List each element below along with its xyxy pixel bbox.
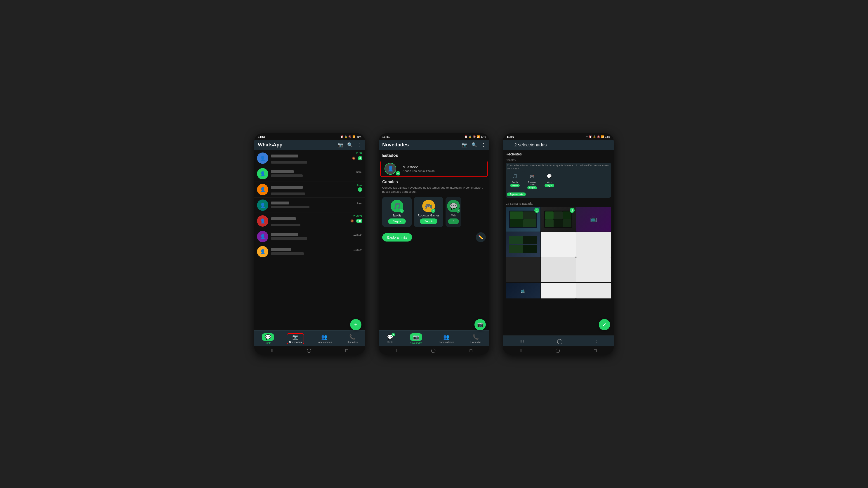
estado-sub: Añade una actualización bbox=[403, 169, 435, 173]
home-nav-icon-3: ◯ bbox=[557, 338, 563, 344]
canales-preview-section: Canales Conoce las últimas novedades de … bbox=[503, 158, 614, 201]
avatar: 👤 bbox=[257, 153, 268, 164]
chats-nav-icon-3: ⫴⫴⫴ bbox=[520, 339, 524, 344]
gallery-cell-7[interactable] bbox=[506, 257, 540, 282]
nav-novedades[interactable]: 📷 Novedades bbox=[287, 333, 304, 344]
explorar-preview-btn[interactable]: Explorar más bbox=[507, 193, 526, 196]
chat-time: Ayer bbox=[357, 202, 362, 205]
chat-item[interactable]: 👤 6:10 1 bbox=[254, 182, 365, 198]
canal-card-partial[interactable]: 💬 ✓ Wh S bbox=[445, 197, 461, 227]
gallery-cell-4[interactable] bbox=[506, 232, 540, 257]
unread-badge: 1 bbox=[358, 187, 362, 192]
gallery-cell-1[interactable]: 1 bbox=[506, 207, 540, 232]
nav-novedades-2[interactable]: 📷 Novedades bbox=[408, 332, 425, 345]
chat-info: 6:10 1 bbox=[271, 183, 362, 196]
gallery-cell-10[interactable]: 📺 bbox=[506, 283, 540, 298]
preview-rockstar-logo: 🎮 bbox=[528, 172, 536, 180]
wifi-icon: 📶 bbox=[477, 135, 480, 138]
preview-spotify-btn[interactable]: Seguir bbox=[510, 184, 520, 187]
seguir-rockstar-btn[interactable]: Seguir bbox=[420, 219, 437, 224]
nav-chats-2[interactable]: 💬 Chats 3 bbox=[384, 333, 396, 344]
camera-icon-2[interactable]: 📷 bbox=[462, 142, 467, 148]
chat-info: 10:59 bbox=[271, 170, 362, 177]
nav-llamadas[interactable]: 📞 Llamadas bbox=[344, 333, 360, 344]
chat-item[interactable]: 👤 11:37 🔕 6 bbox=[254, 150, 365, 166]
preview-rockstar-btn[interactable]: Seguir bbox=[527, 186, 537, 189]
home-system-icon-2[interactable]: ◯ bbox=[431, 348, 436, 353]
nav-chats-3[interactable]: ⫴⫴⫴ bbox=[517, 338, 526, 344]
chat-item[interactable]: 👤 18/8/24 bbox=[254, 244, 365, 259]
nav-comunidades-2[interactable]: 👥 Comunidades bbox=[436, 333, 456, 344]
selection-badge-2: 2 bbox=[569, 208, 575, 213]
seguir-partial-btn[interactable]: S bbox=[448, 219, 459, 224]
home-system-icon-3[interactable]: ◯ bbox=[555, 348, 560, 353]
recents-system-icon-3[interactable]: ◻ bbox=[594, 348, 597, 353]
nav-novedades-label: Novedades bbox=[289, 341, 302, 344]
nav-comunidades-label-2: Comunidades bbox=[439, 341, 454, 344]
explorar-mas-btn[interactable]: Explorar más bbox=[382, 233, 412, 241]
chat-item[interactable]: 👤 10:59 bbox=[254, 166, 365, 182]
lock-icon: 🔒 bbox=[469, 135, 472, 138]
canal-preview-rockstar[interactable]: 🎮 Rockstar Games Seguir bbox=[524, 171, 540, 191]
confirm-selection-fab[interactable]: ✓ bbox=[599, 319, 610, 330]
add-estado-btn[interactable]: + bbox=[396, 171, 400, 175]
wifi-icon-3: 📶 bbox=[601, 135, 604, 138]
chat-item[interactable]: 👤 Ayer bbox=[254, 198, 365, 213]
chat-item[interactable]: 👤 19/8/24 bbox=[254, 229, 365, 244]
nav-comunidades[interactable]: 👥 Comunidades bbox=[314, 333, 334, 344]
search-icon[interactable]: 🔍 bbox=[347, 142, 353, 148]
edit-fab[interactable]: ✏️ bbox=[476, 232, 486, 242]
seguir-spotify-btn[interactable]: Seguir bbox=[388, 219, 406, 224]
more-icon[interactable]: ⋮ bbox=[357, 142, 362, 148]
canal-card-spotify[interactable]: 🎵 ✓ Spotify Seguir bbox=[382, 197, 412, 227]
gallery-cell-5[interactable] bbox=[541, 232, 576, 257]
status-time-2: 11:51 bbox=[382, 135, 390, 138]
status-bar-1: 11:51 ⏰ 🔒 🔇 📶 33% bbox=[254, 133, 365, 140]
new-chat-fab[interactable]: + bbox=[350, 319, 362, 330]
chats-badge: 3 bbox=[392, 333, 395, 336]
recents-system-icon-2[interactable]: ◻ bbox=[469, 348, 473, 353]
back-button[interactable]: ← bbox=[506, 142, 512, 148]
nav-chats-label: Chats bbox=[265, 341, 271, 344]
recents-system-icon[interactable]: ◻ bbox=[345, 348, 348, 353]
back-system-icon-2[interactable]: ⫴ bbox=[396, 348, 397, 353]
camera-icon[interactable]: 📷 bbox=[338, 142, 343, 148]
canal-preview-wh[interactable]: 💬 Wh... Seguir bbox=[541, 171, 557, 191]
preview-wh-btn[interactable]: Seguir bbox=[545, 184, 554, 187]
back-system-icon-3[interactable]: ⫴ bbox=[520, 348, 522, 353]
gallery-cell-9[interactable] bbox=[576, 257, 611, 282]
gallery-cell-12[interactable] bbox=[576, 283, 611, 298]
canal-preview-spotify[interactable]: 🎵 Spotify Seguir bbox=[507, 171, 523, 191]
mute-icon: 🔕 bbox=[350, 219, 354, 223]
nav-home-3[interactable]: ◯ bbox=[555, 337, 565, 345]
gallery-cell-2[interactable]: 2 bbox=[541, 207, 576, 232]
chat-screen: 👤 11:37 🔕 6 bbox=[254, 150, 365, 346]
home-system-icon[interactable]: ◯ bbox=[307, 348, 311, 353]
mi-estado-item[interactable]: 👤 + Mi estado Añade una actualización bbox=[380, 161, 488, 177]
wifi-icon: 📶 bbox=[352, 135, 355, 138]
gallery-cell-6[interactable] bbox=[576, 232, 611, 257]
whatsapp-header: WhatsApp 📷 🔍 ⋮ bbox=[254, 140, 365, 150]
chat-right: 11:37 🔕 6 bbox=[351, 152, 362, 160]
nav-back-3[interactable]: ‹ bbox=[593, 337, 599, 345]
camera-status-fab[interactable]: 📷 bbox=[474, 319, 486, 330]
gallery-cell-3[interactable]: 📺 bbox=[576, 207, 611, 232]
canales-preview-card: Conoce las últimas novedades de los tema… bbox=[506, 163, 611, 198]
chat-item[interactable]: 👤 20/8/24 🔕 101 bbox=[254, 213, 365, 229]
nav-chats[interactable]: 💬 Chats bbox=[259, 332, 276, 345]
mail-icon: ✉ bbox=[586, 135, 588, 138]
preview-spotify-name: Spotify bbox=[512, 181, 518, 183]
gallery-cell-11[interactable] bbox=[541, 283, 576, 298]
search-icon-2[interactable]: 🔍 bbox=[471, 142, 477, 148]
llamadas-nav-icon: 📞 bbox=[349, 334, 355, 340]
unread-badge: 101 bbox=[356, 219, 362, 223]
avatar: 👤 bbox=[257, 246, 268, 257]
canal-card-rockstar[interactable]: 🎮 ✓ Rockstar Games Seguir bbox=[414, 197, 443, 227]
avatar: 👤 bbox=[257, 168, 268, 180]
chat-info: 11:37 🔕 6 bbox=[271, 152, 362, 164]
preview-wh-name: Wh... bbox=[547, 181, 552, 183]
back-system-icon[interactable]: ⫴ bbox=[271, 348, 273, 353]
nav-llamadas-2[interactable]: 📞 Llamadas bbox=[468, 333, 484, 344]
gallery-cell-8[interactable] bbox=[541, 257, 576, 282]
more-icon-2[interactable]: ⋮ bbox=[481, 142, 486, 148]
